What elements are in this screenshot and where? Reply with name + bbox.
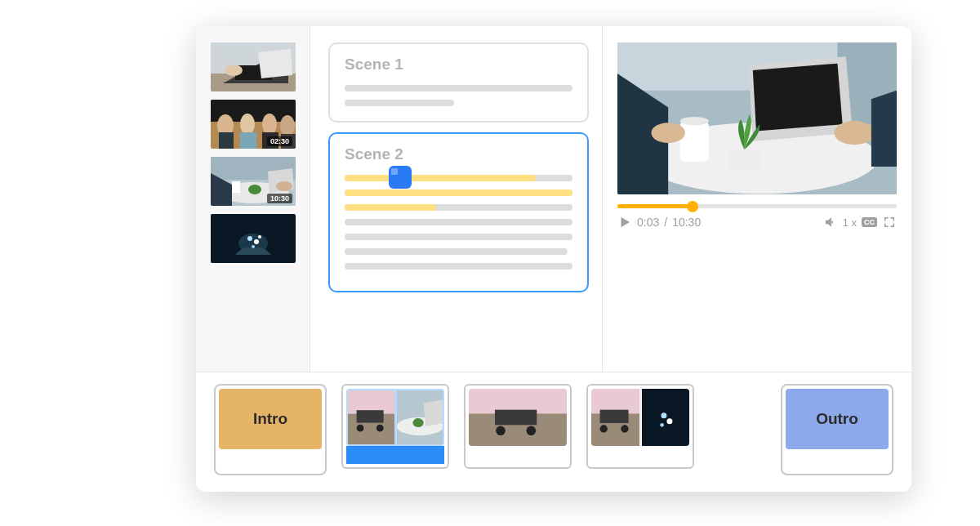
- video-progress-thumb[interactable]: [687, 201, 698, 212]
- svg-marker-35: [753, 64, 843, 132]
- text-line-placeholder: [345, 100, 454, 106]
- svg-point-27: [254, 239, 259, 244]
- svg-rect-59: [600, 410, 629, 423]
- svg-point-40: [651, 123, 684, 143]
- svg-point-20: [248, 185, 261, 194]
- volume-icon[interactable]: [823, 215, 838, 230]
- svg-point-47: [376, 425, 384, 432]
- clip-thumbnail[interactable]: [211, 214, 296, 263]
- intro-label: Intro: [253, 410, 287, 428]
- scene-card-1[interactable]: Scene 1: [328, 42, 589, 123]
- scene-list: Scene 1 Scene 2: [310, 26, 603, 372]
- total-time: 10:30: [672, 216, 701, 229]
- svg-point-60: [600, 425, 608, 432]
- fullscreen-icon[interactable]: [882, 215, 897, 230]
- script-line[interactable]: [345, 263, 572, 270]
- timeline-clip[interactable]: [586, 384, 694, 469]
- svg-rect-54: [495, 410, 537, 426]
- playhead-handle[interactable]: [389, 166, 412, 189]
- svg-point-56: [527, 426, 537, 436]
- svg-point-41: [834, 121, 875, 145]
- cc-icon[interactable]: CC: [862, 217, 877, 227]
- script-line[interactable]: [345, 234, 572, 240]
- script-line[interactable]: [345, 204, 572, 211]
- outro-card[interactable]: Outro: [781, 384, 893, 475]
- clip-thumbnail[interactable]: 02:30: [211, 100, 296, 149]
- clip-thumbnail[interactable]: 10:30: [211, 157, 296, 206]
- svg-point-51: [412, 418, 423, 427]
- timeline-clip[interactable]: [464, 384, 572, 469]
- svg-point-12: [262, 114, 277, 135]
- timeline-clip[interactable]: [341, 384, 449, 469]
- svg-point-64: [666, 418, 672, 424]
- preview-panel: 0:03 / 10:30 1 x CC: [603, 26, 911, 372]
- scene-title: Scene 2: [345, 145, 572, 163]
- svg-point-14: [280, 115, 295, 136]
- playback-speed[interactable]: 1 x: [843, 216, 857, 229]
- player-controls: 0:03 / 10:30 1 x CC: [617, 215, 897, 230]
- svg-marker-50: [423, 399, 443, 426]
- svg-point-63: [661, 412, 666, 418]
- clip-library-sidebar: 02:30 10:30: [196, 26, 310, 372]
- svg-point-37: [680, 117, 709, 125]
- editor-main-area: 02:30 10:30: [196, 26, 911, 372]
- clip-duration-badge: 02:30: [267, 136, 292, 146]
- svg-marker-4: [258, 49, 292, 78]
- svg-rect-11: [240, 132, 256, 149]
- outro-label: Outro: [816, 410, 858, 428]
- svg-point-23: [276, 181, 292, 191]
- scene-title: Scene 1: [345, 56, 572, 74]
- svg-point-28: [252, 245, 255, 248]
- script-line[interactable]: [345, 248, 568, 255]
- svg-rect-19: [232, 181, 240, 193]
- svg-point-5: [225, 65, 243, 76]
- video-preview[interactable]: [617, 42, 897, 194]
- video-progress-track[interactable]: [617, 204, 897, 208]
- script-line[interactable]: [345, 175, 572, 181]
- clip-thumbnail[interactable]: [211, 42, 296, 91]
- svg-point-10: [240, 114, 255, 135]
- svg-point-65: [660, 423, 664, 427]
- svg-point-55: [496, 426, 506, 436]
- svg-marker-42: [871, 91, 897, 167]
- svg-point-61: [621, 425, 628, 432]
- text-line-placeholder: [345, 85, 572, 91]
- intro-card[interactable]: Intro: [214, 384, 327, 475]
- clip-duration-badge: 10:30: [267, 194, 292, 203]
- svg-point-46: [357, 425, 364, 432]
- svg-rect-9: [219, 132, 234, 149]
- svg-rect-38: [728, 149, 761, 170]
- script-line[interactable]: [345, 189, 572, 196]
- current-time: 0:03: [637, 216, 659, 229]
- svg-rect-36: [680, 121, 709, 162]
- video-editor-window: 02:30 10:30: [196, 26, 911, 492]
- video-progress-fill: [617, 204, 693, 208]
- time-separator: /: [664, 216, 667, 229]
- svg-point-26: [247, 236, 252, 241]
- svg-rect-45: [357, 410, 384, 422]
- play-icon[interactable]: [617, 215, 632, 230]
- script-line[interactable]: [345, 219, 572, 225]
- svg-point-29: [258, 235, 261, 238]
- timeline-strip: Intro: [196, 372, 911, 492]
- scene-card-2[interactable]: Scene 2: [328, 132, 589, 292]
